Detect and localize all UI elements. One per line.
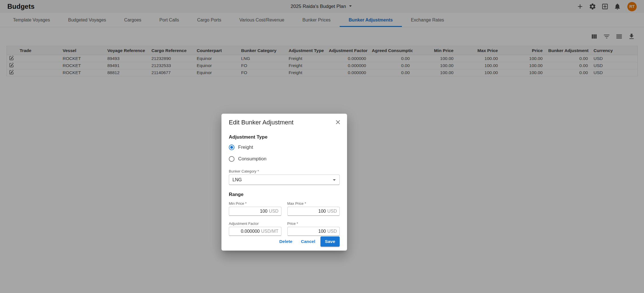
- dialog-actions: Delete Cancel Save: [229, 236, 340, 247]
- adjustment-factor-label: Adjustment Factor: [229, 221, 281, 226]
- bunker-category-value: LNG: [232, 177, 242, 182]
- max-price-unit: USD: [327, 209, 337, 214]
- min-price-field-group: Min Price * 100 USD: [229, 201, 281, 216]
- dialog-header: Edit Bunker Adjustment: [229, 119, 340, 128]
- radio-label: Freight: [238, 145, 253, 150]
- price-unit: USD: [327, 229, 337, 234]
- radio-checked-icon: [229, 145, 234, 150]
- dialog-title: Edit Bunker Adjustment: [229, 119, 294, 126]
- radio-option-consumption[interactable]: Consumption: [229, 155, 340, 163]
- chevron-down-icon: [331, 176, 338, 183]
- save-button[interactable]: Save: [320, 236, 340, 247]
- range-fields-row-2: Adjustment Factor 0.000000 USD/MT Price …: [229, 221, 340, 236]
- adjustment-factor-unit: USD/MT: [261, 229, 278, 234]
- adjustment-factor-input[interactable]: 0.000000 USD/MT: [229, 227, 281, 236]
- bunker-category-select[interactable]: LNG: [229, 174, 340, 185]
- radio-option-freight[interactable]: Freight: [229, 143, 340, 151]
- adjustment-type-radio-group: FreightConsumption: [229, 143, 340, 163]
- price-label: Price *: [287, 221, 340, 226]
- price-field-group: Price * 100 USD: [287, 221, 340, 236]
- bunker-category-label: Bunker Category *: [229, 169, 340, 173]
- close-icon: [335, 119, 341, 126]
- max-price-input[interactable]: 100 USD: [287, 207, 340, 216]
- price-input[interactable]: 100 USD: [287, 227, 340, 236]
- close-icon: [335, 119, 341, 126]
- chevron-down-icon: [331, 176, 338, 183]
- adjustment-factor-field-group: Adjustment Factor 0.000000 USD/MT: [229, 221, 281, 236]
- adjustment-factor-value: 0.000000: [241, 229, 260, 234]
- range-section-title: Range: [229, 192, 340, 197]
- max-price-value: 100: [318, 209, 326, 214]
- min-price-value: 100: [260, 209, 268, 214]
- radio-unchecked-icon: [229, 156, 234, 162]
- min-price-label: Min Price *: [229, 201, 281, 206]
- radio-label: Consumption: [238, 156, 266, 162]
- close-button[interactable]: [333, 118, 343, 128]
- cancel-button[interactable]: Cancel: [298, 237, 319, 246]
- adjustment-type-section-title: Adjustment Type: [229, 134, 340, 140]
- range-fields-row-1: Min Price * 100 USD Max Price * 100 USD: [229, 201, 340, 216]
- edit-bunker-adjustment-dialog: Edit Bunker Adjustment Adjustment Type F…: [221, 114, 347, 251]
- max-price-field-group: Max Price * 100 USD: [287, 201, 340, 216]
- max-price-label: Max Price *: [287, 201, 340, 206]
- delete-button[interactable]: Delete: [276, 237, 296, 246]
- price-value: 100: [318, 229, 326, 234]
- min-price-input[interactable]: 100 USD: [229, 207, 281, 216]
- min-price-unit: USD: [269, 209, 279, 214]
